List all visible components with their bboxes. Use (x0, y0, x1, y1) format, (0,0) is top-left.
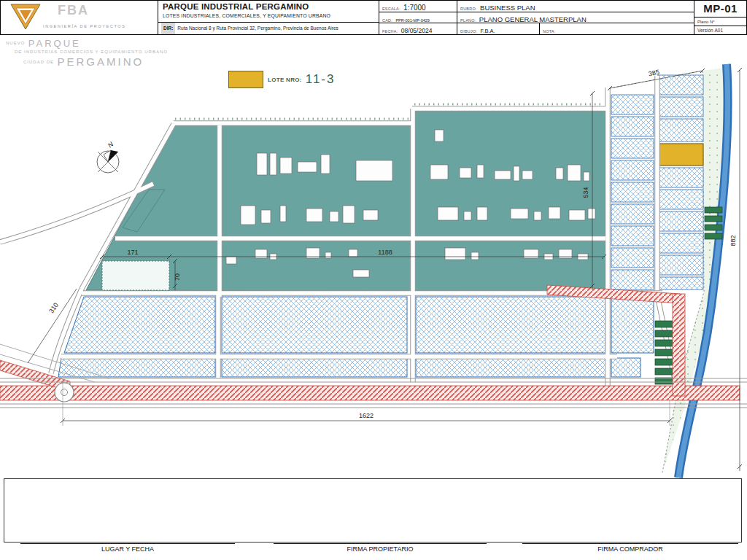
lot-11-3 (658, 144, 703, 166)
rubro-label: RUBRO: (460, 7, 477, 11)
watermark-line1: PARQUE (28, 38, 81, 49)
sheet-version: Versión A01 (694, 26, 746, 34)
lot-legend-label: LOTE NRO: (268, 77, 302, 83)
version-value: A01 (715, 28, 724, 33)
sheet-cell: MP-01 Plano N° Versión A01 (694, 1, 746, 34)
dim-171: 171 (127, 249, 138, 256)
fecha-value: 08/05/2024 (401, 27, 433, 34)
watermark-line2: DE INDUSTRIAS COMERCIOS Y EQUIPAMIENTO U… (15, 50, 168, 55)
watermark-line3: PERGAMINO (57, 55, 144, 68)
dibujo-cell: DIBUJO: F.B.A. (457, 23, 539, 34)
watermark-prefix3: CIUDAD DE (23, 60, 54, 64)
project-subtitle: LOTES INDUSTRIALES, COMERCIALES, Y EQUIP… (163, 13, 330, 18)
logo-tagline: INGENIERÍA DE PROYECTOS (43, 24, 125, 28)
escala-label: ESCALA: (382, 7, 400, 11)
dibujo-value: F.B.A. (481, 28, 495, 34)
reserved-lot (102, 261, 169, 290)
meta-cell: ESCALA: 1:7000 CAD: PPR-001-MP-0429 FECH… (379, 1, 457, 34)
signature-comprador: FIRMA COMPRADOR (522, 543, 738, 553)
commercial-lots (58, 297, 654, 377)
site-plan-svg: 171 1188 70 534 882 385 310 1622 N (0, 0, 747, 560)
nota-cell: NOTA: (539, 23, 694, 34)
escala-value: 1:7000 (403, 4, 426, 12)
sheet-code: MP-01 (694, 2, 746, 15)
escala-row: ESCALA: 1:7000 (379, 1, 457, 12)
north-arrow: N (97, 140, 119, 173)
dim-1622: 1622 (359, 412, 374, 419)
version-label: Versión (697, 28, 713, 33)
logo-cell: FBA INGENIERÍA DE PROYECTOS (1, 1, 158, 34)
fecha-row: FECHA: 08/05/2024 (379, 23, 457, 34)
watermark: NUEVO PARQUE DE INDUSTRIAS COMERCIOS Y E… (6, 36, 168, 69)
signature-propietario: FIRMA PROPIETARIO (274, 543, 487, 553)
dim-70: 70 (174, 273, 181, 281)
dir-value: Ruta Nacional 8 y Ruta Provincial 32, Pe… (177, 26, 338, 31)
notes-box (4, 478, 742, 542)
cad-row: CAD: PPR-001-MP-0429 (379, 12, 457, 23)
plano-value: PLANO GENERAL MASTERPLAN (479, 15, 587, 23)
project-address: DIR:Ruta Nacional 8 y Ruta Provincial 32… (158, 22, 379, 34)
nota-label: NOTA: (543, 29, 555, 34)
dim-1188: 1188 (378, 249, 392, 256)
logo-text: FBA (58, 3, 89, 18)
title-block: FBA INGENIERÍA DE PROYECTOS PARQUE INDUS… (0, 0, 747, 35)
roundabout (55, 383, 74, 402)
dir-label: DIR: (161, 23, 175, 34)
rubro-value: BUSINESS PLAN (480, 4, 535, 12)
dim-310: 310 (47, 301, 60, 314)
plano-cell: RUBRO: BUSINESS PLAN PLANO: PLANO GENERA… (457, 1, 694, 34)
sheet-number-label: Plano N° (694, 17, 746, 26)
lot-legend-value: 11-3 (306, 72, 336, 87)
lot-legend: LOTE NRO: 11-3 (228, 71, 335, 88)
plano-row: PLANO: PLANO GENERAL MASTERPLAN (457, 12, 694, 23)
watermark-prefix1: NUEVO (6, 41, 25, 45)
signature-lugar-fecha: LUGAR Y FECHA (20, 543, 235, 553)
project-title: PARQUE INDUSTRIAL PERGAMINO (163, 2, 309, 11)
rubro-row: RUBRO: BUSINESS PLAN (457, 1, 694, 12)
project-cell: PARQUE INDUSTRIAL PERGAMINO LOTES INDUST… (158, 1, 379, 34)
fecha-label: FECHA: (382, 29, 398, 34)
dim-882: 882 (729, 235, 737, 246)
lot-color-swatch (228, 71, 263, 88)
north-label: N (107, 140, 115, 149)
dibujo-label: DIBUJO: (460, 29, 477, 34)
dim-534: 534 (582, 187, 589, 198)
